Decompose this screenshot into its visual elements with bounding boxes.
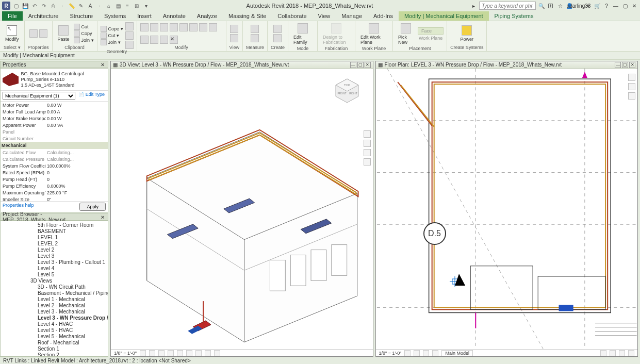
edit-wp-button[interactable]: Edit Work Plane	[358, 22, 389, 46]
text-icon[interactable]: A	[87, 2, 94, 9]
lock-3d-icon[interactable]	[195, 350, 202, 356]
open-icon[interactable]: ▢	[12, 2, 20, 9]
view-3d-header[interactable]: ▦ 3D View: Level 3 - WN Pressure Drop / …	[111, 61, 373, 69]
scale-display[interactable]: 1/8" = 1'-0"	[114, 351, 137, 356]
browser-item[interactable]: Level 5 - Mechanical	[1, 334, 108, 340]
browser-header[interactable]: Project Browser - MEP_2018_Whats_New.rvt…	[0, 213, 108, 221]
browser-item[interactable]: Level 5 - HVAC	[1, 327, 108, 334]
browser-item[interactable]: Level 5	[1, 272, 108, 278]
3d-icon[interactable]: ⌂	[105, 2, 112, 9]
mirror-icon[interactable]	[199, 23, 207, 31]
property-row[interactable]: Motor Brake Horsepower0.00 W	[1, 115, 108, 122]
help-icon[interactable]: ?	[603, 2, 610, 9]
tab-addins[interactable]: Add-Ins	[368, 11, 399, 21]
zoom-icon[interactable]	[628, 92, 635, 100]
plan-nav-bar[interactable]	[628, 74, 635, 100]
browser-item[interactable]: Level 3 - WN Pressure Drop / Flow	[1, 315, 108, 321]
project-browser[interactable]: 5th Floor - Corner RoomBASEMENTLEVEL 1LE…	[0, 221, 108, 357]
min-icon[interactable]: —	[612, 2, 619, 9]
split-icon[interactable]	[179, 23, 188, 31]
browser-item[interactable]: Roof - Mechanical	[1, 340, 108, 346]
cart-icon[interactable]: 🛒	[594, 2, 601, 9]
browser-item[interactable]: LEVEL 1	[1, 235, 108, 241]
browser-item[interactable]: Level 3 - Plumbing - Callout 1	[1, 259, 108, 266]
modify-button[interactable]: ↖Modify	[3, 24, 21, 43]
properties-header[interactable]: Properties✕	[0, 61, 108, 68]
tab-structure[interactable]: Structure	[64, 11, 99, 21]
property-row[interactable]: System Flow Coefficient100.0000%	[1, 162, 108, 169]
max-icon[interactable]: ▢	[621, 2, 629, 9]
view-3d-canvas[interactable]: TOPFRONTRIGHT	[111, 69, 373, 349]
visual-style-icon[interactable]	[149, 350, 155, 356]
browser-item[interactable]: 3D - WN Circuit Path	[1, 284, 108, 290]
browser-item[interactable]: Level 2 - Mechanical	[1, 303, 108, 309]
zoom-all-icon[interactable]	[364, 149, 371, 156]
view-min-icon[interactable]: —	[615, 62, 621, 68]
tab-analyze[interactable]: Analyze	[191, 11, 223, 21]
props-icon[interactable]	[29, 29, 38, 38]
filter-icon[interactable]	[600, 350, 606, 356]
edit-family-button[interactable]: Edit Family	[291, 22, 314, 46]
browser-item[interactable]: 3D Views	[1, 278, 108, 284]
pan-icon[interactable]	[628, 83, 635, 90]
tab-view[interactable]: View	[313, 11, 336, 21]
property-section-header[interactable]: Mechanical	[1, 142, 108, 149]
crop-icon[interactable]	[177, 350, 183, 356]
property-row[interactable]: Apparent Power0.00 VA	[1, 122, 108, 128]
scale-icon[interactable]	[150, 36, 158, 44]
property-row[interactable]: Motor Power0.00 W	[1, 102, 108, 108]
worksets-icon[interactable]	[619, 350, 625, 356]
geo-icon-2[interactable]	[125, 31, 134, 40]
scale-display[interactable]: 1/8" = 1'-0"	[379, 351, 402, 356]
property-row[interactable]: Panel	[1, 128, 108, 135]
cope-button[interactable]: Cope ▾	[101, 26, 123, 32]
properties-close-icon[interactable]: ✕	[100, 62, 106, 68]
create-icon1[interactable]	[273, 25, 282, 33]
user-name[interactable]: adarling33	[575, 2, 582, 9]
browser-close-icon[interactable]: ✕	[100, 214, 106, 220]
close-hidden-icon[interactable]: ⊞	[133, 2, 140, 9]
apply-button[interactable]: Apply	[79, 203, 106, 211]
workset-display[interactable]: Main Model	[441, 350, 473, 356]
exchange-icon[interactable]: ✕	[584, 2, 592, 9]
pan-icon[interactable]	[364, 140, 371, 147]
shadows-icon[interactable]	[168, 350, 174, 356]
property-row[interactable]: Circuit Number	[1, 135, 108, 142]
view-close-icon[interactable]: ✕	[629, 62, 635, 68]
measure-icon2[interactable]	[251, 34, 259, 42]
view-icon-1[interactable]	[230, 25, 238, 33]
switch-win-icon[interactable]: ▾	[142, 2, 150, 9]
browser-item[interactable]: Level 2	[1, 247, 108, 253]
trim-icon[interactable]	[170, 23, 178, 31]
cut-button[interactable]: Cut	[74, 24, 94, 30]
browser-item[interactable]: LEVEL 2	[1, 241, 108, 247]
edit-type-button[interactable]: 📄 Edit Type	[77, 92, 106, 100]
delete-icon[interactable]: ✕	[170, 36, 178, 44]
property-row[interactable]: Maximum Operating T...225.00 °F	[1, 189, 108, 196]
visual-style-icon[interactable]	[414, 350, 420, 356]
orbit-icon[interactable]	[364, 158, 371, 166]
property-row[interactable]: Rated Speed (RPM)0	[1, 169, 108, 176]
browser-item[interactable]: Level 4 - HVAC	[1, 321, 108, 327]
property-row[interactable]: Impeller Size0"	[1, 196, 108, 201]
view-plan-header[interactable]: ▦ Floor Plan: LEVEL 3 - WN Pressure Drop…	[376, 61, 638, 69]
pick-new-button[interactable]: Pick New	[396, 22, 416, 46]
view-plan-canvas[interactable]: D.5	[376, 69, 638, 349]
paste-button[interactable]: Paste	[56, 24, 72, 43]
property-row[interactable]: Motor Full Load Amps0.00 A	[1, 108, 108, 115]
browser-item[interactable]: Level 4	[1, 266, 108, 272]
browser-item[interactable]: Section 2	[1, 352, 108, 356]
offset-icon[interactable]	[189, 23, 198, 31]
print-icon[interactable]: ⎙	[50, 2, 57, 9]
grid-bubble[interactable]: D.5	[423, 222, 446, 245]
array-icon[interactable]	[140, 36, 149, 44]
tab-insert[interactable]: Insert	[132, 11, 157, 21]
property-row[interactable]: Pump Head (FT)0	[1, 176, 108, 183]
close-icon[interactable]: ✕	[631, 2, 638, 9]
measure-icon1[interactable]	[251, 25, 259, 33]
star-icon[interactable]: ☆	[556, 2, 564, 9]
browser-item[interactable]: Section 1	[1, 346, 108, 352]
matchtype-button[interactable]: Join ▾	[74, 37, 94, 43]
save-icon[interactable]: 💾	[22, 2, 29, 9]
wheel-icon[interactable]	[628, 74, 635, 81]
